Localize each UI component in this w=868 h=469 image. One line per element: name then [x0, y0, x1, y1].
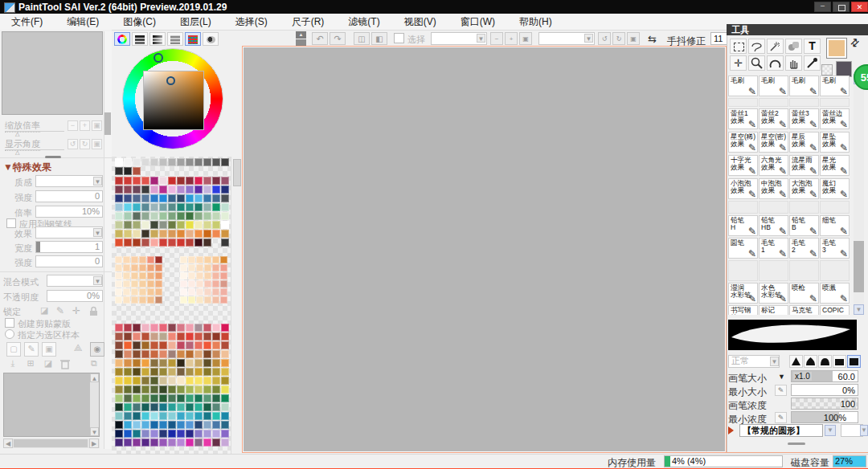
swatch-cell[interactable]	[203, 394, 211, 402]
hand-tool[interactable]	[785, 55, 802, 71]
undo-button[interactable]: ↶	[312, 32, 328, 45]
swatch-cell[interactable]	[141, 194, 149, 202]
swatch-cell[interactable]	[124, 212, 132, 220]
menu-item-8[interactable]: 视图(V)	[399, 14, 441, 31]
brush-cell[interactable]: 毛刷✎	[789, 75, 819, 96]
swatch-cell[interactable]	[159, 212, 167, 220]
swatch-cell[interactable]	[133, 412, 141, 420]
swatch-cell[interactable]	[221, 377, 229, 385]
swatch-cell[interactable]	[139, 256, 146, 263]
swatch-cell[interactable]	[133, 403, 141, 411]
swatch-cell[interactable]	[177, 239, 185, 247]
swatch-cell[interactable]	[212, 324, 220, 332]
swatch-cell[interactable]	[177, 377, 185, 385]
swatch-cell[interactable]	[141, 403, 149, 411]
swatch-cell[interactable]	[124, 167, 132, 175]
preset-expand-icon[interactable]	[728, 426, 734, 434]
tip-shape-sharp[interactable]	[789, 355, 803, 368]
swatch-cell[interactable]	[212, 158, 220, 166]
swatch-cell[interactable]	[212, 421, 220, 429]
swatch-cell[interactable]	[147, 280, 154, 288]
layer-list[interactable]	[3, 373, 100, 437]
add-layer-button[interactable]: ⊞	[24, 358, 37, 371]
swatch-cell[interactable]	[150, 194, 158, 202]
layer-list-vscroll[interactable]: ▲ ▼	[90, 373, 99, 436]
swatch-cell[interactable]	[133, 158, 141, 166]
brush-cell[interactable]: 圆笔✎	[728, 238, 758, 259]
swatch-cell[interactable]	[212, 438, 220, 447]
swatch-cell[interactable]	[168, 212, 176, 220]
swatch-cell[interactable]	[203, 230, 211, 238]
swatch-cell[interactable]	[194, 359, 203, 367]
swatch-cell[interactable]	[203, 324, 211, 332]
swatch-cell[interactable]	[115, 167, 123, 175]
swatch-cell[interactable]	[204, 280, 211, 288]
swatch-cell[interactable]	[168, 394, 176, 402]
swatch-cell[interactable]	[133, 203, 141, 211]
brush-cell[interactable]: 铅笔HB✎	[759, 215, 788, 236]
swatch-cell[interactable]	[203, 377, 211, 385]
swatch-cell[interactable]	[203, 403, 211, 411]
swatch-cell[interactable]	[196, 264, 203, 271]
swatch-cell[interactable]	[150, 421, 158, 429]
swatch-cell[interactable]	[168, 385, 176, 394]
menu-item-6[interactable]: 尺子(R)	[287, 14, 330, 31]
swatch-cell[interactable]	[141, 438, 149, 447]
swatch-cell[interactable]	[221, 158, 229, 166]
swatch-cell[interactable]	[124, 385, 132, 394]
swatch-cell[interactable]	[194, 186, 203, 194]
toolbar-scroll-up[interactable]: ▲	[296, 31, 306, 39]
min-density-slider[interactable]: 100%	[791, 411, 858, 423]
swatch-cell[interactable]	[115, 359, 123, 367]
brush-cell[interactable]: 流星雨效果✎	[789, 155, 819, 176]
swatch-cell[interactable]	[177, 341, 185, 349]
swatch-cell[interactable]	[115, 212, 123, 220]
tip-shape-dome[interactable]	[818, 355, 832, 368]
angle-slider-marker[interactable]: △	[15, 149, 19, 156]
swatch-cell[interactable]	[159, 177, 167, 185]
swatch-cell[interactable]	[221, 332, 229, 341]
swatch-cell[interactable]	[133, 186, 141, 194]
swatch-cell[interactable]	[194, 412, 203, 420]
swatch-cell[interactable]	[124, 403, 132, 411]
swatch-cell[interactable]	[159, 403, 167, 411]
angle-dropdown-arrow-icon[interactable]: ▼	[584, 34, 593, 43]
brush-cell[interactable]: 六角光效果✎	[759, 155, 788, 176]
swatch-cell[interactable]	[212, 377, 220, 385]
swatch-cell[interactable]	[196, 288, 203, 296]
swatch-cell[interactable]	[212, 186, 220, 194]
swatch-cell[interactable]	[220, 272, 227, 279]
swatch-cell[interactable]	[168, 230, 176, 238]
swatch-cell[interactable]	[124, 341, 132, 349]
scratchpad-toggle[interactable]	[203, 32, 219, 46]
swatch-cell[interactable]	[115, 288, 122, 296]
swatch-cell[interactable]	[150, 385, 158, 394]
swatch-cell[interactable]	[186, 377, 194, 385]
swatch-cell[interactable]	[180, 256, 187, 263]
clear-layer-button[interactable]: ◪	[42, 358, 55, 371]
swatch-cell[interactable]	[150, 221, 158, 229]
menu-item-7[interactable]: 滤镜(T)	[343, 14, 384, 31]
swatch-cell[interactable]	[212, 368, 220, 376]
swatch-cell[interactable]	[139, 272, 146, 279]
swatch-cell[interactable]	[212, 350, 220, 358]
swatch-cell[interactable]	[155, 296, 162, 304]
deselect-button[interactable]: ◫	[354, 32, 370, 45]
swatch-cell[interactable]	[180, 264, 187, 271]
swatch-cell[interactable]	[124, 394, 132, 402]
paint-mode-dropdown-arrow-icon[interactable]: ▼	[770, 357, 779, 366]
layer-list-hscroll[interactable]: ◀ ▶	[3, 438, 100, 448]
brush-cell[interactable]: 星空(密)效果✎	[759, 132, 788, 153]
swatch-cell[interactable]	[150, 377, 158, 385]
swatch-cell[interactable]	[159, 341, 167, 349]
angle-reset-button[interactable]: ▣	[92, 139, 102, 149]
swatch-cell[interactable]	[194, 203, 203, 211]
shape-select-tool[interactable]	[785, 39, 802, 54]
selection-sample-radio[interactable]	[5, 329, 14, 339]
swatch-cell[interactable]	[203, 359, 211, 367]
swatch-cell[interactable]	[177, 421, 185, 429]
swatch-cell[interactable]	[168, 359, 176, 367]
swatch-cell[interactable]	[177, 332, 185, 341]
swatch-cell[interactable]	[203, 212, 211, 220]
sv-marker[interactable]	[166, 76, 175, 85]
